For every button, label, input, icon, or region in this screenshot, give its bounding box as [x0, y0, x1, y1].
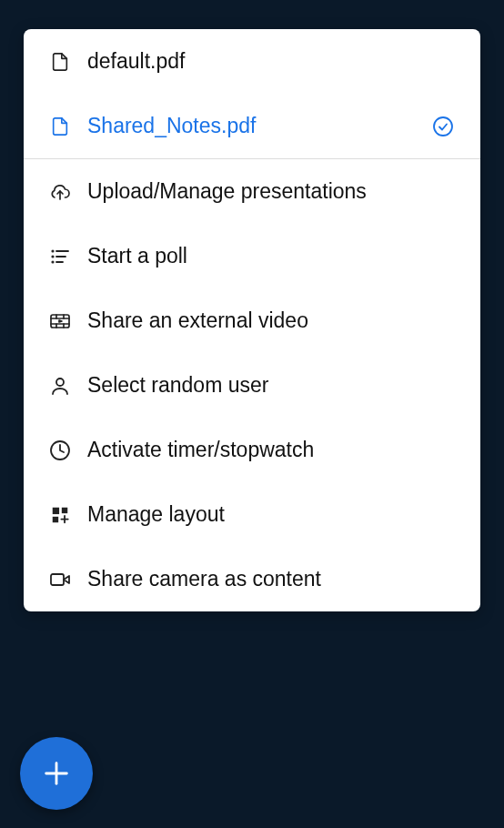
checkmark-circle-icon — [431, 115, 455, 138]
camera-icon — [49, 569, 71, 591]
clock-icon — [49, 439, 71, 461]
share-camera-item[interactable]: Share camera as content — [24, 547, 480, 611]
plus-icon — [41, 758, 72, 789]
menu-item-label: Select random user — [87, 373, 455, 398]
svg-rect-18 — [53, 507, 59, 513]
file-label: Shared_Notes.pdf — [87, 114, 415, 138]
layout-icon — [49, 504, 71, 526]
select-random-user-item[interactable]: Select random user — [24, 353, 480, 418]
file-icon — [49, 51, 71, 73]
actions-fab-button[interactable] — [20, 737, 93, 810]
svg-point-3 — [52, 256, 53, 257]
svg-rect-23 — [51, 574, 64, 585]
user-icon — [49, 375, 71, 397]
upload-presentations-item[interactable]: Upload/Manage presentations — [24, 159, 480, 224]
svg-point-0 — [434, 117, 452, 136]
activate-timer-item[interactable]: Activate timer/stopwatch — [24, 418, 480, 482]
svg-marker-24 — [64, 576, 69, 583]
start-poll-item[interactable]: Start a poll — [24, 224, 480, 288]
menu-item-label: Manage layout — [87, 502, 455, 527]
svg-rect-20 — [53, 516, 58, 521]
svg-rect-19 — [62, 507, 67, 512]
file-icon — [49, 116, 71, 137]
menu-item-label: Upload/Manage presentations — [87, 179, 455, 204]
menu-item-label: Start a poll — [87, 244, 455, 268]
svg-point-4 — [52, 261, 53, 262]
cloud-upload-icon — [49, 181, 71, 203]
svg-point-2 — [52, 250, 53, 251]
poll-icon — [49, 246, 71, 268]
svg-marker-15 — [59, 320, 62, 322]
actions-menu: default.pdf Shared_Notes.pdf Upload/ — [24, 29, 480, 611]
menu-item-label: Activate timer/stopwatch — [87, 438, 455, 462]
manage-layout-item[interactable]: Manage layout — [24, 482, 480, 547]
file-item-default[interactable]: default.pdf — [24, 29, 480, 94]
file-item-shared-notes[interactable]: Shared_Notes.pdf — [24, 94, 480, 158]
menu-item-label: Share camera as content — [87, 567, 455, 591]
file-label: default.pdf — [87, 49, 455, 74]
film-icon — [49, 310, 71, 332]
share-external-video-item[interactable]: Share an external video — [24, 288, 480, 353]
menu-item-label: Share an external video — [87, 308, 455, 333]
svg-point-16 — [56, 379, 64, 386]
